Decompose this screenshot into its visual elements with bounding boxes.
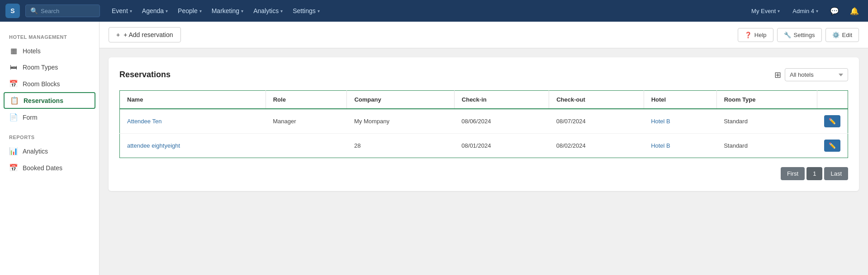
table-header-row: Name Role Company Check-in Check-out Hot…	[120, 91, 848, 109]
card-header: Reservations ⊞ All hotels	[119, 68, 848, 81]
col-header-role: Role	[266, 91, 347, 109]
cell-name-1: attendee eightyeight	[120, 134, 266, 158]
cell-company-1: 28	[347, 134, 454, 158]
search-icon: 🔍	[30, 7, 38, 14]
cell-role-1	[266, 134, 347, 158]
analytics-icon: 📊	[9, 147, 18, 155]
hotel-filter-icon: ⊞	[774, 70, 781, 80]
help-button[interactable]: ❓ Help	[738, 28, 773, 42]
nav-item-marketing[interactable]: Marketing ▾	[207, 5, 248, 17]
sidebar-item-room-blocks[interactable]: 📅 Room Blocks	[0, 75, 99, 92]
nav-my-event[interactable]: My Event ▾	[747, 5, 784, 17]
app-layout: HOTEL MANAGEMENT ▦ Hotels 🛏 Room Types 📅…	[0, 22, 868, 275]
col-header-company: Company	[347, 91, 454, 109]
nav-item-settings[interactable]: Settings ▾	[288, 5, 324, 17]
toolbar-right: ❓ Help 🔧 Settings ⚙️ Edit	[738, 28, 859, 42]
add-reservation-button[interactable]: + + Add reservation	[109, 27, 181, 42]
reservations-icon: 📋	[10, 96, 19, 105]
reservations-card: Reservations ⊞ All hotels Name Role Comp…	[109, 57, 859, 191]
chevron-down-icon: ▾	[280, 9, 283, 14]
col-header-actions	[817, 91, 848, 109]
toolbar: + + Add reservation ❓ Help 🔧 Settings ⚙️…	[100, 22, 868, 48]
cell-checkin-1: 08/01/2024	[454, 134, 549, 158]
hotel-filter-select[interactable]: All hotels	[785, 68, 848, 81]
cell-company-0: My Mompany	[347, 109, 454, 134]
nav-admin[interactable]: Admin 4 ▾	[788, 5, 823, 17]
bell-icon-button[interactable]: 🔔	[846, 5, 863, 18]
sidebar-item-booked-dates[interactable]: 📅 Booked Dates	[0, 159, 99, 176]
pagination-first-button[interactable]: First	[781, 167, 805, 180]
attendee-link-1[interactable]: attendee eightyeight	[127, 142, 180, 149]
pencil-icon: ⚙️	[832, 32, 840, 38]
sidebar-section-reports: REPORTS	[0, 131, 99, 143]
pagination: First 1 Last	[119, 167, 848, 180]
hotel-filter: ⊞ All hotels	[774, 68, 848, 81]
cell-checkin-0: 08/06/2024	[454, 109, 549, 134]
wrench-icon: 🔧	[784, 32, 791, 38]
content-area: Reservations ⊞ All hotels Name Role Comp…	[100, 48, 868, 200]
edit-button[interactable]: ⚙️ Edit	[825, 28, 859, 42]
nav-logo[interactable]: S	[5, 4, 20, 18]
table-row: attendee eightyeight 28 08/01/2024 08/02…	[120, 134, 848, 158]
chevron-down-icon: ▾	[166, 9, 168, 14]
booked-dates-icon: 📅	[9, 163, 18, 172]
pagination-page-1-button[interactable]: 1	[806, 167, 822, 180]
hotel-link-0[interactable]: Hotel B	[651, 118, 670, 125]
col-header-checkout: Check-out	[549, 91, 644, 109]
chevron-down-icon: ▾	[130, 9, 132, 14]
sidebar-section-hotel-management: HOTEL MANAGEMENT	[0, 31, 99, 42]
help-icon: ❓	[745, 32, 752, 38]
cell-room-type-1: Standard	[716, 134, 817, 158]
col-header-hotel: Hotel	[644, 91, 716, 109]
chat-icon-button[interactable]: 💬	[826, 5, 843, 18]
table-row: Attendee Ten Manager My Mompany 08/06/20…	[120, 109, 848, 134]
cell-checkout-1: 08/02/2024	[549, 134, 644, 158]
nav-items: Event ▾ Agenda ▾ People ▾ Marketing ▾ An…	[107, 5, 744, 17]
cell-actions-1: ✏️	[817, 134, 848, 158]
form-icon: 📄	[9, 113, 18, 121]
search-input[interactable]	[41, 8, 95, 14]
sidebar: HOTEL MANAGEMENT ▦ Hotels 🛏 Room Types 📅…	[0, 22, 100, 275]
cell-hotel-0: Hotel B	[644, 109, 716, 134]
nav-item-agenda[interactable]: Agenda ▾	[138, 5, 172, 17]
nav-right: My Event ▾ Admin 4 ▾ 💬 🔔	[747, 5, 863, 18]
attendee-link-0[interactable]: Attendee Ten	[127, 118, 161, 125]
row-edit-button-1[interactable]: ✏️	[824, 140, 840, 152]
table-body: Attendee Ten Manager My Mompany 08/06/20…	[120, 109, 848, 158]
col-header-name: Name	[120, 91, 266, 109]
cell-name-0: Attendee Ten	[120, 109, 266, 134]
main-content: + + Add reservation ❓ Help 🔧 Settings ⚙️…	[100, 22, 868, 275]
table-header: Name Role Company Check-in Check-out Hot…	[120, 91, 848, 109]
top-nav: S 🔍 Event ▾ Agenda ▾ People ▾ Marketing …	[0, 0, 868, 22]
nav-item-event[interactable]: Event ▾	[107, 5, 137, 17]
chevron-down-icon: ▾	[778, 9, 780, 14]
settings-button[interactable]: 🔧 Settings	[777, 28, 822, 42]
hotel-link-1[interactable]: Hotel B	[651, 142, 670, 149]
sidebar-item-reservations[interactable]: 📋 Reservations	[4, 92, 95, 109]
sidebar-item-analytics[interactable]: 📊 Analytics	[0, 143, 99, 159]
chevron-down-icon: ▾	[318, 9, 320, 14]
pagination-last-button[interactable]: Last	[824, 167, 848, 180]
cell-actions-0: ✏️	[817, 109, 848, 134]
room-types-icon: 🛏	[9, 63, 18, 71]
col-header-checkin: Check-in	[454, 91, 549, 109]
cell-checkout-0: 08/07/2024	[549, 109, 644, 134]
chevron-down-icon: ▾	[816, 9, 818, 14]
row-edit-button-0[interactable]: ✏️	[824, 115, 840, 127]
hotels-icon: ▦	[9, 47, 18, 55]
nav-item-people[interactable]: People ▾	[173, 5, 206, 17]
reservations-table: Name Role Company Check-in Check-out Hot…	[119, 90, 848, 158]
sidebar-item-room-types[interactable]: 🛏 Room Types	[0, 59, 99, 75]
cell-room-type-0: Standard	[716, 109, 817, 134]
plus-icon: +	[116, 31, 120, 38]
cell-hotel-1: Hotel B	[644, 134, 716, 158]
nav-search-container[interactable]: 🔍	[25, 5, 100, 17]
cell-role-0: Manager	[266, 109, 347, 134]
chevron-down-icon: ▾	[199, 9, 202, 14]
nav-item-analytics[interactable]: Analytics ▾	[249, 5, 287, 17]
room-blocks-icon: 📅	[9, 79, 18, 88]
sidebar-item-form[interactable]: 📄 Form	[0, 109, 99, 126]
sidebar-item-hotels[interactable]: ▦ Hotels	[0, 42, 99, 59]
col-header-room-type: Room Type	[716, 91, 817, 109]
chevron-down-icon: ▾	[241, 9, 243, 14]
